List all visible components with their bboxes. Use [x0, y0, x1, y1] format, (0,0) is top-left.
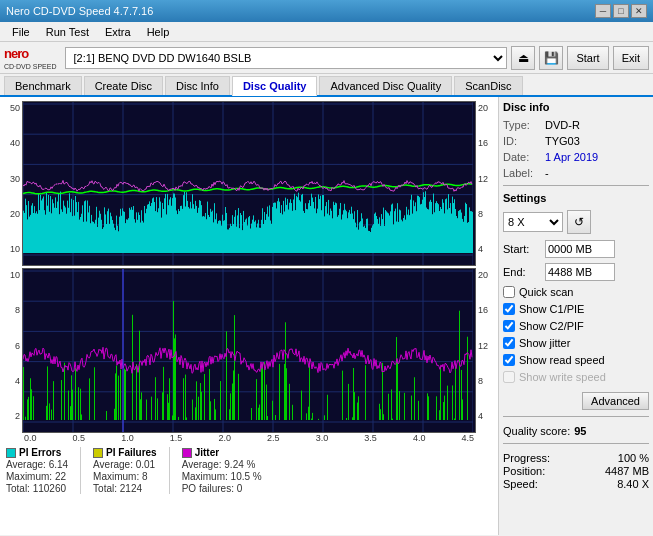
disc-type-row: Type: DVD-R: [503, 119, 649, 131]
checkbox-quick-scan: Quick scan: [503, 286, 649, 298]
end-row: End:: [503, 263, 649, 281]
label-key: Label:: [503, 167, 541, 179]
top-chart: [22, 101, 476, 266]
date-key: Date:: [503, 151, 541, 163]
pi-failures-total: Total: 2124: [93, 483, 157, 494]
app-title: Nero CD-DVD Speed 4.7.7.16: [6, 5, 153, 17]
menu-run-test[interactable]: Run Test: [38, 24, 97, 40]
stats-row: PI Errors Average: 6.14 Maximum: 22 Tota…: [4, 443, 494, 498]
show-jitter-checkbox[interactable]: [503, 337, 515, 349]
save-icon[interactable]: 💾: [539, 46, 563, 70]
quick-scan-checkbox[interactable]: [503, 286, 515, 298]
end-label: End:: [503, 266, 541, 278]
divider-2: [503, 416, 649, 417]
eject-icon[interactable]: ⏏: [511, 46, 535, 70]
position-label: Position:: [503, 465, 545, 477]
drive-selector[interactable]: [2:1] BENQ DVD DD DW1640 BSLB: [65, 47, 508, 69]
quality-value: 95: [574, 425, 586, 437]
toolbar: nero CD·DVD SPEED [2:1] BENQ DVD DD DW16…: [0, 42, 653, 74]
start-input[interactable]: [545, 240, 615, 258]
disc-label-row: Label: -: [503, 167, 649, 179]
bottom-chart: [22, 268, 476, 433]
pi-failures-color: [93, 448, 103, 458]
show-read-speed-label: Show read speed: [519, 354, 605, 366]
tab-disc-quality[interactable]: Disc Quality: [232, 76, 318, 96]
disc-date-row: Date: 1 Apr 2019: [503, 151, 649, 163]
speed-value: 8.40 X: [617, 478, 649, 490]
settings-title: Settings: [503, 192, 649, 204]
jitter-stats: Jitter Average: 9.24 % Maximum: 10.5 % P…: [182, 447, 262, 494]
pi-errors-max: Maximum: 22: [6, 471, 68, 482]
close-button[interactable]: ✕: [631, 4, 647, 18]
quick-scan-label: Quick scan: [519, 286, 573, 298]
jitter-max: Maximum: 10.5 %: [182, 471, 262, 482]
exit-button[interactable]: Exit: [613, 46, 649, 70]
jitter-po: PO failures: 0: [182, 483, 262, 494]
x-axis-labels: 0.00.51.01.52.02.53.03.54.04.5: [4, 433, 494, 443]
divider-1: [503, 185, 649, 186]
progress-label: Progress:: [503, 452, 550, 464]
top-y-right-axis: 20 16 12 8 4: [476, 101, 494, 266]
checkbox-read-speed: Show read speed: [503, 354, 649, 366]
progress-section: Progress: 100 % Position: 4487 MB Speed:…: [503, 452, 649, 490]
minimize-button[interactable]: ─: [595, 4, 611, 18]
tab-disc-info[interactable]: Disc Info: [165, 76, 230, 95]
type-val: DVD-R: [545, 119, 580, 131]
menu-file[interactable]: File: [4, 24, 38, 40]
pi-errors-color: [6, 448, 16, 458]
show-write-speed-label: Show write speed: [519, 371, 606, 383]
pi-errors-stats: PI Errors Average: 6.14 Maximum: 22 Tota…: [6, 447, 68, 494]
start-label: Start:: [503, 243, 541, 255]
date-val: 1 Apr 2019: [545, 151, 598, 163]
show-jitter-label: Show jitter: [519, 337, 570, 349]
show-c2-pif-checkbox[interactable]: [503, 320, 515, 332]
checkbox-write-speed: Show write speed: [503, 371, 649, 383]
speed-selector[interactable]: 8 X: [503, 212, 563, 232]
pi-errors-label: PI Errors: [19, 447, 61, 458]
refresh-icon[interactable]: ↺: [567, 210, 591, 234]
speed-row: 8 X ↺: [503, 210, 649, 234]
start-button[interactable]: Start: [567, 46, 608, 70]
menu-extra[interactable]: Extra: [97, 24, 139, 40]
advanced-button[interactable]: Advanced: [582, 392, 649, 410]
main-content: 50 40 30 20 10 20 16 12 8 4 10 8 6: [0, 97, 653, 535]
right-panel: Disc info Type: DVD-R ID: TYG03 Date: 1 …: [498, 97, 653, 535]
checkbox-c1-pie: Show C1/PIE: [503, 303, 649, 315]
menu-help[interactable]: Help: [139, 24, 178, 40]
pi-failures-stats: PI Failures Average: 0.01 Maximum: 8 Tot…: [93, 447, 157, 494]
show-c1-pie-checkbox[interactable]: [503, 303, 515, 315]
bottom-y-left-axis: 10 8 6 4 2: [4, 268, 22, 433]
pi-errors-total: Total: 110260: [6, 483, 68, 494]
title-bar-left: Nero CD-DVD Speed 4.7.7.16: [6, 5, 153, 17]
tab-create-disc[interactable]: Create Disc: [84, 76, 163, 95]
tab-advanced-disc-quality[interactable]: Advanced Disc Quality: [319, 76, 452, 95]
nero-logo: nero: [4, 46, 57, 61]
maximize-button[interactable]: □: [613, 4, 629, 18]
checkbox-jitter: Show jitter: [503, 337, 649, 349]
position-row: Position: 4487 MB: [503, 465, 649, 477]
tab-benchmark[interactable]: Benchmark: [4, 76, 82, 95]
progress-row: Progress: 100 %: [503, 452, 649, 464]
top-y-left-axis: 50 40 30 20 10: [4, 101, 22, 266]
jitter-avg: Average: 9.24 %: [182, 459, 262, 470]
end-input[interactable]: [545, 263, 615, 281]
start-row: Start:: [503, 240, 649, 258]
tab-scandisc[interactable]: ScanDisc: [454, 76, 522, 95]
pi-failures-max: Maximum: 8: [93, 471, 157, 482]
speed-row: Speed: 8.40 X: [503, 478, 649, 490]
type-key: Type:: [503, 119, 541, 131]
id-val: TYG03: [545, 135, 580, 147]
menu-bar: File Run Test Extra Help: [0, 22, 653, 42]
speed-label: Speed:: [503, 478, 538, 490]
id-key: ID:: [503, 135, 541, 147]
logo-sub: CD·DVD SPEED: [4, 63, 57, 70]
pi-failures-avg: Average: 0.01: [93, 459, 157, 470]
show-read-speed-checkbox[interactable]: [503, 354, 515, 366]
divider-3: [503, 443, 649, 444]
show-write-speed-checkbox: [503, 371, 515, 383]
show-c1-pie-label: Show C1/PIE: [519, 303, 584, 315]
jitter-color: [182, 448, 192, 458]
progress-value: 100 %: [618, 452, 649, 464]
label-val: -: [545, 167, 549, 179]
chart-area: 50 40 30 20 10 20 16 12 8 4 10 8 6: [0, 97, 498, 535]
